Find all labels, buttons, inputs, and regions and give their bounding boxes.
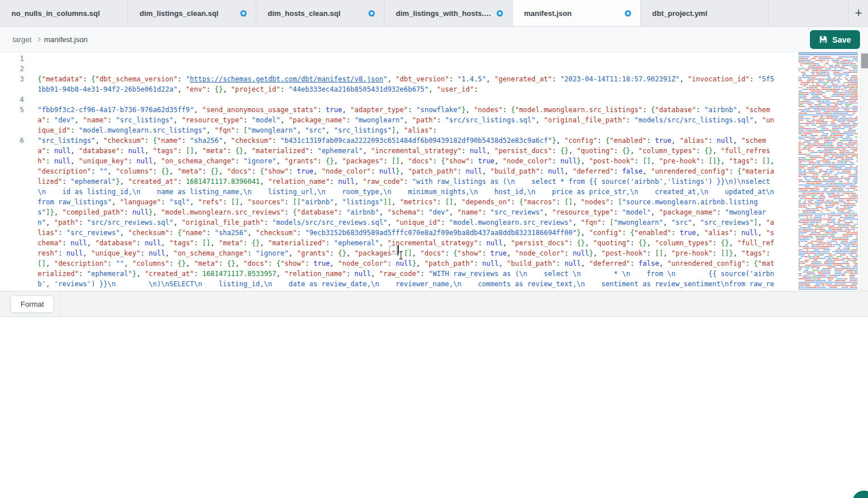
tab-dim_listings_with_hosts.sql[interactable]: dim_listings_with_hosts.sql <box>384 0 513 26</box>
line-number: 4 <box>0 94 24 105</box>
tab-label: dim_hosts_clean.sql <box>268 9 364 18</box>
tab-manifest.json[interactable]: manifest.json <box>513 0 641 26</box>
minimap-canvas[interactable] <box>797 52 860 291</box>
unsaved-dot-icon[interactable] <box>625 10 631 17</box>
breadcrumb-file: manifest.json <box>44 35 88 44</box>
plus-icon: + <box>855 6 862 20</box>
breadcrumb: target manifest.json Save <box>0 27 868 52</box>
toolbar-divider <box>60 291 61 316</box>
tab-bar: no_nulls_in_columns.sqldim_listings_clea… <box>0 0 868 27</box>
scrollbar-track[interactable] <box>860 52 868 291</box>
code-line[interactable]: 1 <box>0 53 779 64</box>
tab-label: dbt_project.yml <box>652 9 759 18</box>
code-line[interactable]: 5"fbb9f3c2-cf96-4a17-b736-976a62d35ff9",… <box>0 105 779 135</box>
matching-bracket-highlight <box>389 246 397 254</box>
results-panel <box>0 317 868 498</box>
line-number: 2 <box>0 64 24 74</box>
mouse-ibeam-cursor <box>398 251 404 260</box>
unsaved-dot-icon[interactable] <box>369 10 375 17</box>
code-line[interactable]: 2 <box>0 64 779 74</box>
code-editor[interactable]: 1 2 3{"metadata": {"dbt_schema_version":… <box>0 52 868 291</box>
code-text: {"metadata": {"dbt_schema_version": "htt… <box>24 74 779 94</box>
code-text <box>24 94 779 105</box>
code-lines: 1 2 3{"metadata": {"dbt_schema_version":… <box>0 53 779 291</box>
tabs-container: no_nulls_in_columns.sqldim_listings_clea… <box>0 0 769 26</box>
format-toolbar: Format <box>0 291 868 317</box>
code-line[interactable]: 6"src_listings", "checksum": {"name": "s… <box>0 135 779 291</box>
code-text: "fbb9f3c2-cf96-4a17-b736-976a62d35ff9", … <box>24 105 779 135</box>
code-line[interactable]: 3{"metadata": {"dbt_schema_version": "ht… <box>0 74 779 94</box>
save-button-label: Save <box>832 35 851 44</box>
tab-dbt_project.yml[interactable]: dbt_project.yml <box>641 0 769 26</box>
format-button[interactable]: Format <box>10 295 54 313</box>
save-button[interactable]: Save <box>810 30 860 49</box>
chevron-right-icon <box>36 37 40 42</box>
scrollbar-thumb[interactable] <box>861 53 868 68</box>
unsaved-dot-icon[interactable] <box>497 10 503 17</box>
line-number: 6 <box>0 135 24 291</box>
unsaved-dot-icon[interactable] <box>240 10 247 17</box>
line-number: 5 <box>0 105 24 135</box>
tab-dim_hosts_clean.sql[interactable]: dim_hosts_clean.sql <box>256 0 384 26</box>
floppy-disk-icon <box>819 35 828 44</box>
code-text: "src_listings", "checksum": {"name": "sh… <box>24 135 779 291</box>
tab-bar-spacer <box>769 0 849 26</box>
line-number: 1 <box>0 53 24 64</box>
tab-label: manifest.json <box>524 9 620 18</box>
tab-label: no_nulls_in_columns.sql <box>11 9 118 18</box>
code-line[interactable]: 4 <box>0 94 779 105</box>
tab-no_nulls_in_columns.sql[interactable]: no_nulls_in_columns.sql <box>0 0 128 26</box>
new-tab-button[interactable]: + <box>849 0 868 26</box>
tab-dim_listings_clean.sql[interactable]: dim_listings_clean.sql <box>128 0 256 26</box>
tab-label: dim_listings_with_hosts.sql <box>396 9 492 18</box>
tab-label: dim_listings_clean.sql <box>140 9 236 18</box>
breadcrumb-folder[interactable]: target <box>13 35 31 44</box>
line-number: 3 <box>0 74 24 94</box>
code-text <box>24 53 779 64</box>
minimap[interactable] <box>797 52 860 291</box>
code-text <box>24 64 779 74</box>
